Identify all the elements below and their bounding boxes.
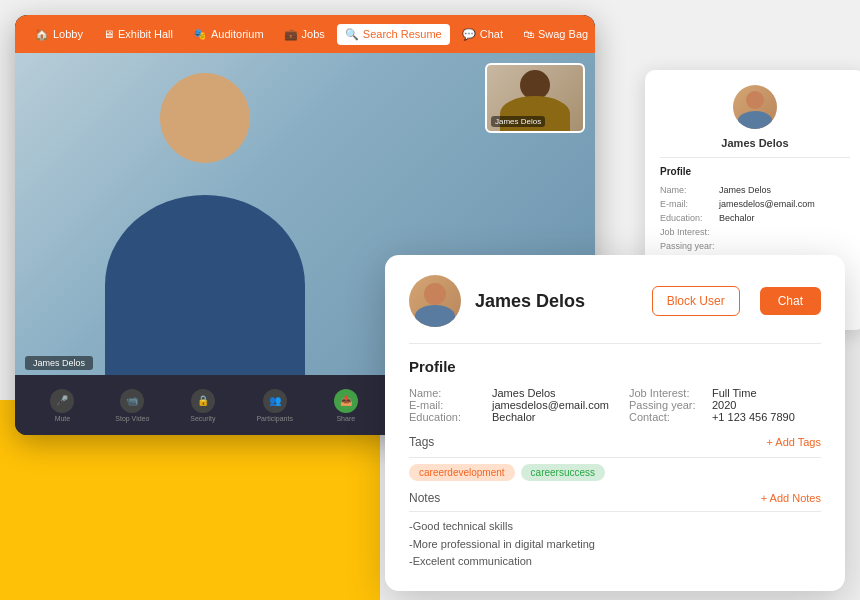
bg-email-row: E-mail: jamesdelos@email.com: [660, 199, 850, 209]
profile-header: James Delos Block User Chat: [409, 275, 821, 327]
profile-fields-left: Name: James Delos E-mail: jamesdelos@ema…: [409, 387, 609, 423]
name-row: Name: James Delos: [409, 387, 609, 399]
nav-exhibit-hall[interactable]: 🖥 Exhibit Hall: [95, 24, 181, 44]
person-head: [160, 73, 250, 163]
share-label: Share: [336, 415, 355, 422]
top-nav: 🏠 Lobby 🖥 Exhibit Hall 🎭 Auditorium 💼 Jo…: [15, 15, 595, 53]
email-label: E-mail:: [409, 399, 484, 411]
nav-jobs-label: Jobs: [302, 28, 325, 40]
thumbnail-video: James Delos: [485, 63, 585, 133]
tags-list: careerdevelopment careersuccess: [409, 464, 821, 481]
avatar-body: [415, 305, 455, 327]
chat-button[interactable]: Chat: [760, 287, 821, 315]
mute-label: Mute: [55, 415, 71, 422]
bg-name-key: Name:: [660, 185, 715, 195]
bg-passing-row: Passing year:: [660, 241, 850, 251]
nav-exhibit-label: Exhibit Hall: [118, 28, 173, 40]
bg-passing-key: Passing year:: [660, 241, 715, 251]
video-icon: 📹: [120, 389, 144, 413]
share-icon: 📤: [334, 389, 358, 413]
participants-button[interactable]: 👥 Participants: [256, 389, 293, 422]
main-container: 🏠 Lobby 🖥 Exhibit Hall 🎭 Auditorium 💼 Jo…: [15, 15, 845, 585]
thumbnail-label: James Delos: [491, 116, 545, 127]
bg-job-key: Job Interest:: [660, 227, 715, 237]
bg-job-row: Job Interest:: [660, 227, 850, 237]
header-divider: [409, 343, 821, 344]
add-tags-button[interactable]: + Add Tags: [766, 436, 821, 448]
profile-name: James Delos: [475, 291, 638, 312]
nav-search-resume[interactable]: 🔍 Search Resume: [337, 24, 450, 45]
email-row: E-mail: jamesdelos@email.com: [409, 399, 609, 411]
security-label: Security: [190, 415, 215, 422]
stop-video-button[interactable]: 📹 Stop Video: [115, 389, 149, 422]
nav-lobby-label: Lobby: [53, 28, 83, 40]
profile-fields-grid: Name: James Delos E-mail: jamesdelos@ema…: [409, 387, 821, 423]
name-label: Name:: [409, 387, 484, 399]
participants-label: Participants: [256, 415, 293, 422]
job-interest-label: Job Interest:: [629, 387, 704, 399]
nav-lobby[interactable]: 🏠 Lobby: [27, 24, 91, 45]
contact-label: Contact:: [629, 411, 704, 423]
name-value: James Delos: [492, 387, 556, 399]
bg-edu-val: Bechalor: [719, 213, 755, 223]
bg-profile-section: Profile: [660, 166, 850, 177]
avatar-head: [424, 283, 446, 305]
tags-row: Tags + Add Tags: [409, 435, 821, 458]
mute-button[interactable]: 🎤 Mute: [50, 389, 74, 422]
mute-icon: 🎤: [50, 389, 74, 413]
bg-email-val: jamesdelos@email.com: [719, 199, 815, 209]
notes-content: -Good technical skills -More professiona…: [409, 518, 821, 571]
passing-year-label: Passing year:: [629, 399, 704, 411]
home-icon: 🏠: [35, 28, 49, 41]
person-body: [105, 195, 305, 375]
profile-detail-card: James Delos Block User Chat Profile Name…: [385, 255, 845, 591]
notes-row: Notes + Add Notes: [409, 491, 821, 512]
education-row: Education: Bechalor: [409, 411, 609, 423]
chat-icon: 💬: [462, 28, 476, 41]
profile-avatar: [409, 275, 461, 327]
bg-card-avatar: [733, 85, 777, 129]
bg-name-val: James Delos: [719, 185, 771, 195]
education-value: Bechalor: [492, 411, 535, 423]
security-icon: 🔒: [191, 389, 215, 413]
job-interest-value: Full Time: [712, 387, 757, 399]
participants-icon: 👥: [263, 389, 287, 413]
participant-name-badge: James Delos: [25, 356, 93, 370]
education-label: Education:: [409, 411, 484, 423]
exhibit-icon: 🖥: [103, 28, 114, 40]
contact-row: Contact: +1 123 456 7890: [629, 411, 821, 423]
bg-avatar-body: [738, 111, 772, 129]
passing-year-row: Passing year: 2020: [629, 399, 821, 411]
security-button[interactable]: 🔒 Security: [190, 389, 215, 422]
stop-video-label: Stop Video: [115, 415, 149, 422]
bg-card-name: James Delos: [660, 137, 850, 149]
profile-section-title: Profile: [409, 358, 821, 375]
search-icon: 🔍: [345, 28, 359, 41]
nav-chat[interactable]: 💬 Chat: [454, 24, 511, 45]
nav-jobs[interactable]: 💼 Jobs: [276, 24, 333, 45]
auditorium-icon: 🎭: [193, 28, 207, 41]
nav-auditorium-label: Auditorium: [211, 28, 264, 40]
share-button[interactable]: 📤 Share: [334, 389, 358, 422]
job-interest-row: Job Interest: Full Time: [629, 387, 821, 399]
passing-year-value: 2020: [712, 399, 736, 411]
contact-value: +1 123 456 7890: [712, 411, 795, 423]
tag-careersuccess: careersuccess: [521, 464, 605, 481]
nav-swag-bag[interactable]: 🛍 Swag Bag: [515, 24, 595, 44]
swag-icon: 🛍: [523, 28, 534, 40]
bg-email-key: E-mail:: [660, 199, 715, 209]
block-user-button[interactable]: Block User: [652, 286, 740, 316]
nav-auditorium[interactable]: 🎭 Auditorium: [185, 24, 272, 45]
add-notes-button[interactable]: + Add Notes: [761, 492, 821, 504]
nav-search-label: Search Resume: [363, 28, 442, 40]
jobs-icon: 💼: [284, 28, 298, 41]
nav-swag-label: Swag Bag: [538, 28, 588, 40]
bg-edu-key: Education:: [660, 213, 715, 223]
tags-label: Tags: [409, 435, 434, 449]
profile-fields-right: Job Interest: Full Time Passing year: 20…: [629, 387, 821, 423]
bg-avatar-head: [746, 91, 764, 109]
bg-name-row: Name: James Delos: [660, 185, 850, 195]
bg-card-divider: [660, 157, 850, 158]
nav-chat-label: Chat: [480, 28, 503, 40]
email-value: jamesdelos@email.com: [492, 399, 609, 411]
